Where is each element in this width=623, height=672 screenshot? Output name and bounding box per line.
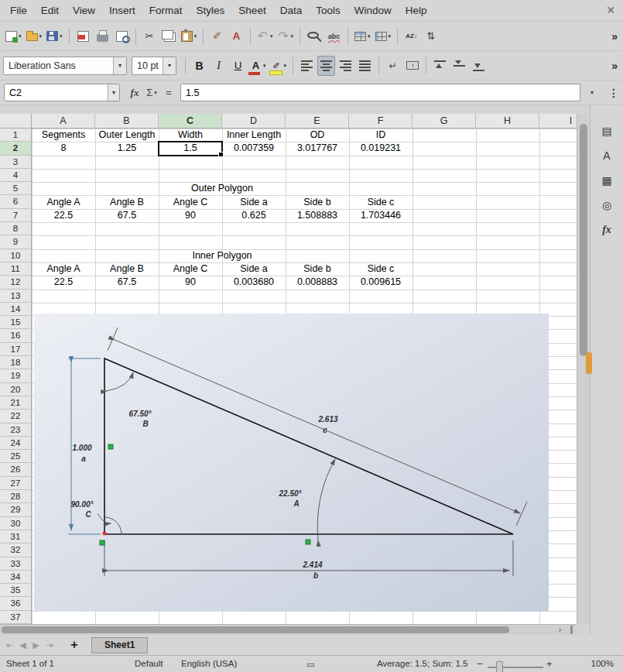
export-pdf-button[interactable] bbox=[74, 26, 92, 46]
row-header-22[interactable]: 22 bbox=[0, 410, 32, 423]
row-header-33[interactable]: 33 bbox=[0, 557, 32, 571]
highlighting-color-button[interactable]: ✐▾ bbox=[269, 56, 289, 76]
row-header-31[interactable]: 31 bbox=[0, 530, 32, 543]
new-document-button[interactable]: ▾ bbox=[4, 26, 23, 46]
cell-B7[interactable]: 67.5 bbox=[95, 209, 159, 222]
chevron-down-icon[interactable]: ▾ bbox=[163, 57, 176, 74]
underline-button[interactable]: U bbox=[229, 56, 247, 76]
spelling-button[interactable]: abc bbox=[325, 26, 343, 46]
sort-button[interactable]: ⇅ bbox=[422, 26, 440, 46]
language-status[interactable]: English (USA) bbox=[181, 659, 237, 668]
cell-B1[interactable]: Outer Length bbox=[95, 129, 159, 142]
cell-A1[interactable]: Segments bbox=[32, 129, 95, 142]
selection-mode-icon[interactable]: ▭ bbox=[306, 659, 315, 670]
dropdown-arrow-icon[interactable]: ▾ bbox=[263, 63, 266, 69]
window-close-icon[interactable]: ✕ bbox=[606, 4, 615, 16]
menu-window[interactable]: Window bbox=[347, 2, 399, 19]
zoom-slider-thumb[interactable] bbox=[496, 661, 503, 672]
font-color-button[interactable]: A▾ bbox=[248, 56, 268, 76]
menu-view[interactable]: View bbox=[66, 2, 102, 19]
cell-C11[interactable]: Angle C bbox=[159, 262, 222, 276]
sort-ascending-button[interactable]: AZ↓ bbox=[402, 26, 420, 46]
align-center-button[interactable] bbox=[317, 56, 335, 76]
row-header-18[interactable]: 18 bbox=[0, 356, 32, 369]
row-header-23[interactable]: 23 bbox=[0, 423, 32, 437]
menu-format[interactable]: Format bbox=[142, 2, 190, 19]
column-header-H[interactable]: H bbox=[476, 114, 539, 129]
cell-B12[interactable]: 67.5 bbox=[95, 276, 159, 289]
dropdown-arrow-icon[interactable]: ▾ bbox=[389, 33, 392, 39]
row-header-17[interactable]: 17 bbox=[0, 343, 32, 356]
redo-button[interactable]: ↷▾ bbox=[276, 26, 296, 46]
vertical-scrollbar-thumb[interactable] bbox=[580, 124, 587, 356]
function-wizard-button[interactable]: fx bbox=[126, 84, 143, 101]
align-left-button[interactable] bbox=[298, 56, 316, 76]
find-and-replace-button[interactable] bbox=[305, 26, 323, 46]
row-header-32[interactable]: 32 bbox=[0, 543, 32, 557]
dropdown-arrow-icon[interactable]: ▾ bbox=[39, 33, 43, 39]
sheet-tab-sheet1[interactable]: Sheet1 bbox=[91, 637, 148, 653]
cell-C7[interactable]: 90 bbox=[159, 209, 222, 222]
row-header-8[interactable]: 8 bbox=[0, 222, 32, 235]
menu-sheet[interactable]: Sheet bbox=[231, 2, 272, 19]
first-sheet-button[interactable]: ⇤ bbox=[3, 637, 16, 653]
cell-E2[interactable]: 3.017767 bbox=[286, 142, 349, 155]
cell-F7[interactable]: 1.703446 bbox=[349, 209, 412, 222]
row-header-35[interactable]: 35 bbox=[0, 584, 32, 597]
menu-data[interactable]: Data bbox=[273, 2, 310, 19]
dropdown-arrow-icon[interactable]: ▾ bbox=[291, 33, 294, 39]
row-header-11[interactable]: 11 bbox=[0, 262, 32, 276]
menu-tools[interactable]: Tools bbox=[309, 2, 347, 19]
cell-D7[interactable]: 0.625 bbox=[222, 209, 286, 222]
expand-formula-bar-button[interactable]: ▾ bbox=[584, 84, 601, 101]
justified-button[interactable] bbox=[356, 56, 374, 76]
embedded-drawing-object[interactable]: 1.000 a 2.613 c 2.414 b 67.50° bbox=[34, 314, 549, 612]
cell-E11[interactable]: Side b bbox=[286, 262, 349, 276]
navigator-deck-icon[interactable]: ◎ bbox=[596, 195, 618, 215]
cell-C2[interactable]: 1.5 bbox=[159, 142, 222, 155]
zoom-level[interactable]: 100% bbox=[591, 659, 614, 668]
row-header-16[interactable]: 16 bbox=[0, 329, 32, 342]
clear-formatting-button[interactable]: A bbox=[228, 26, 245, 46]
undo-button[interactable]: ↶▾ bbox=[255, 26, 275, 46]
column-header-A[interactable]: A bbox=[32, 114, 95, 129]
paste-button[interactable]: ▾ bbox=[180, 26, 199, 46]
cell-C10[interactable]: Inner Polygon bbox=[159, 249, 286, 262]
horizontal-scrollbar-thumb[interactable] bbox=[2, 626, 509, 633]
row-header-27[interactable]: 27 bbox=[0, 477, 32, 490]
row-header-2[interactable]: 2 bbox=[0, 142, 32, 155]
horizontal-scrollbar[interactable]: › bbox=[0, 624, 577, 635]
scroll-right-button[interactable]: › bbox=[554, 625, 566, 635]
chevron-down-icon[interactable]: ▾ bbox=[113, 57, 126, 74]
cell-E12[interactable]: 0.008883 bbox=[286, 276, 349, 289]
cell-F11[interactable]: Side c bbox=[349, 262, 412, 276]
column-header-E[interactable]: E bbox=[286, 114, 349, 129]
row-header-6[interactable]: 6 bbox=[0, 195, 32, 208]
row-header-3[interactable]: 3 bbox=[0, 156, 32, 169]
chevron-down-icon[interactable]: ▾ bbox=[108, 84, 119, 101]
formula-input-line[interactable] bbox=[180, 84, 580, 101]
cell-B6[interactable]: Angle B bbox=[95, 196, 159, 209]
align-bottom-button[interactable] bbox=[470, 56, 488, 76]
cell-F1[interactable]: ID bbox=[349, 129, 412, 142]
cell-D12[interactable]: 0.003680 bbox=[222, 276, 286, 289]
gallery-deck-icon[interactable]: ▦ bbox=[596, 170, 618, 190]
cell-B2[interactable]: 1.25 bbox=[95, 142, 159, 155]
row-header-24[interactable]: 24 bbox=[0, 437, 32, 450]
select-all-corner[interactable] bbox=[0, 114, 32, 129]
dropdown-arrow-icon[interactable]: ▾ bbox=[60, 33, 63, 39]
formula-button[interactable]: = bbox=[160, 84, 177, 101]
center-vertically-button[interactable] bbox=[450, 56, 468, 76]
row-header-21[interactable]: 21 bbox=[0, 396, 32, 410]
print-preview-button[interactable] bbox=[113, 26, 131, 46]
cell-A7[interactable]: 22.5 bbox=[32, 209, 95, 222]
font-name-combobox[interactable]: Liberation Sans ▾ bbox=[3, 57, 127, 75]
column-header-I[interactable]: I bbox=[539, 114, 577, 129]
cell-A2[interactable]: 8 bbox=[32, 142, 95, 155]
functions-deck-icon[interactable]: fx bbox=[596, 220, 618, 240]
dropdown-arrow-icon[interactable]: ▾ bbox=[284, 63, 287, 69]
row-header-7[interactable]: 7 bbox=[0, 209, 32, 222]
row-header-34[interactable]: 34 bbox=[0, 571, 32, 584]
row-header-25[interactable]: 25 bbox=[0, 450, 32, 463]
window-split-handle[interactable] bbox=[570, 626, 573, 634]
